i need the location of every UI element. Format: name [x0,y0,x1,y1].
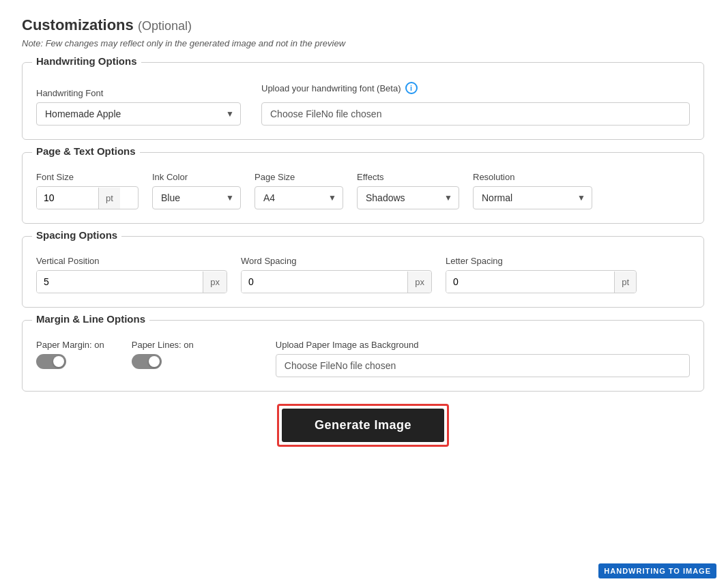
font-size-label: Font Size [36,172,139,182]
upload-bg-input[interactable]: Choose FileNo file chosen [276,354,690,377]
upload-bg-label: Upload Paper Image as Background [276,340,690,350]
resolution-select-wrapper: Normal High Low ▼ [473,186,592,209]
font-size-input[interactable]: 10 [37,187,98,209]
letter-spacing-label: Letter Spacing [446,256,637,266]
generate-area: Generate Image [22,404,704,447]
optional-label: (Optional) [138,19,192,33]
upload-font-group: Upload your handwriting font (Beta) i Ch… [261,82,690,126]
letter-spacing-input[interactable]: 0 [446,271,614,293]
upload-font-label-text: Upload your handwriting font (Beta) [261,83,401,93]
generate-image-button[interactable]: Generate Image [282,409,444,442]
font-select-wrapper: Homemade Apple Dancing Script Caveat Pac… [36,102,241,126]
font-size-unit: pt [98,188,120,209]
word-spacing-input[interactable]: 0 [242,271,407,293]
paper-margin-toggle-knob [53,356,64,367]
vertical-position-label: Vertical Position [36,256,227,266]
page-title: Customizations (Optional) [22,16,704,34]
font-field-group: Handwriting Font Homemade Apple Dancing … [36,88,241,126]
vertical-position-input-wrapper: 5 px [36,270,227,293]
page-text-section-title: Page & Text Options [32,145,140,157]
ink-color-group: Ink Color Blue Black Red Green ▼ [152,172,241,209]
note-text: Note: Few changes may reflect only in th… [22,38,704,48]
paper-lines-group: Paper Lines: on [132,340,194,369]
font-label: Handwriting Font [36,88,241,98]
resolution-label: Resolution [473,172,592,182]
ink-color-label: Ink Color [152,172,241,182]
effects-label: Effects [357,172,459,182]
info-icon[interactable]: i [405,82,418,94]
effects-select-wrapper: None Shadows Blur ▼ [357,186,459,209]
page-size-select[interactable]: A4 A3 Letter Legal [255,186,343,209]
font-size-group: Font Size 10 pt [36,172,139,209]
word-spacing-input-wrapper: 0 px [241,270,432,293]
resolution-select[interactable]: Normal High Low [473,186,592,209]
word-spacing-label: Word Spacing [241,256,432,266]
spacing-options-section: Spacing Options Vertical Position 5 px W… [22,236,704,308]
page-title-area: Customizations (Optional) Note: Few chan… [22,16,704,48]
paper-margin-label: Paper Margin: on [36,340,104,350]
spacing-section-title: Spacing Options [32,229,121,241]
page-size-label: Page Size [255,172,343,182]
letter-spacing-input-wrapper: 0 pt [446,270,637,293]
paper-lines-toggle-container [132,354,194,369]
vertical-position-group: Vertical Position 5 px [36,256,227,293]
vertical-position-unit: px [203,271,227,293]
paper-margin-toggle-container [36,354,104,369]
margin-section-row: Paper Margin: on Paper Lines: on Upload … [36,340,690,377]
word-spacing-group: Word Spacing 0 px [241,256,432,293]
paper-lines-toggle[interactable] [132,354,162,369]
paper-lines-label: Paper Lines: on [132,340,194,350]
handwriting-options-section: Handwriting Options Handwriting Font Hom… [22,62,704,140]
letter-spacing-unit: pt [614,271,636,293]
paper-margin-group: Paper Margin: on [36,340,104,369]
ink-color-select-wrapper: Blue Black Red Green ▼ [152,186,241,209]
vertical-position-input[interactable]: 5 [37,271,203,293]
page-text-row: Font Size 10 pt Ink Color Blue Black Red… [36,172,690,209]
handwriting-section-title: Handwriting Options [32,55,141,67]
effects-group: Effects None Shadows Blur ▼ [357,172,459,209]
page-size-select-wrapper: A4 A3 Letter Legal ▼ [255,186,343,209]
font-size-input-wrapper: 10 pt [36,186,139,209]
upload-bg-group: Upload Paper Image as Background Choose … [276,340,690,377]
upload-font-input[interactable]: Choose FileNo file chosen [261,102,690,126]
handwriting-font-select[interactable]: Homemade Apple Dancing Script Caveat Pac… [36,102,241,126]
margin-section-title: Margin & Line Options [32,313,149,325]
letter-spacing-group: Letter Spacing 0 pt [446,256,637,293]
logo: HANDWRITING TO IMAGE [598,563,716,578]
resolution-group: Resolution Normal High Low ▼ [473,172,592,209]
handwriting-row: Handwriting Font Homemade Apple Dancing … [36,82,690,126]
ink-color-select[interactable]: Blue Black Red Green [152,186,241,209]
paper-margin-toggle[interactable] [36,354,66,369]
paper-lines-toggle-knob [149,356,160,367]
generate-btn-wrapper: Generate Image [277,404,449,447]
spacing-row: Vertical Position 5 px Word Spacing 0 px… [36,256,690,293]
word-spacing-unit: px [407,271,431,293]
margin-line-options-section: Margin & Line Options Paper Margin: on P… [22,320,704,392]
effects-select[interactable]: None Shadows Blur [357,186,459,209]
logo-text: HANDWRITING TO IMAGE [604,567,711,575]
upload-font-label-row: Upload your handwriting font (Beta) i [261,82,690,94]
page-text-options-section: Page & Text Options Font Size 10 pt Ink … [22,152,704,224]
page-size-group: Page Size A4 A3 Letter Legal ▼ [255,172,343,209]
